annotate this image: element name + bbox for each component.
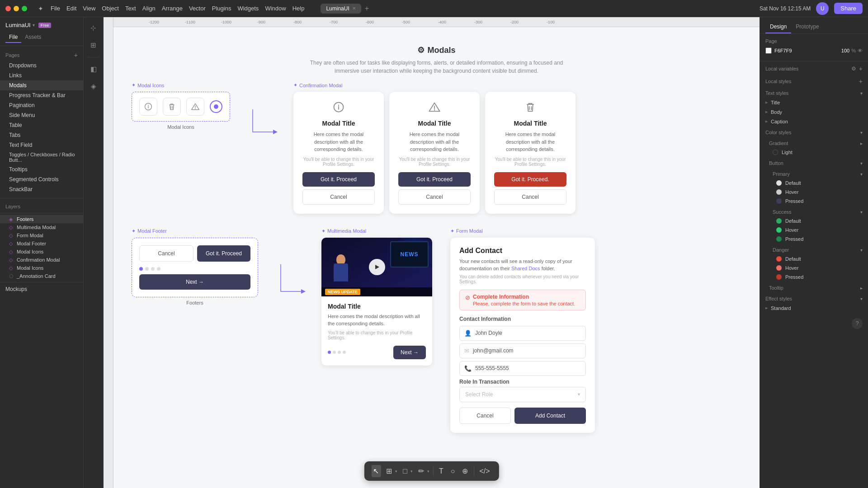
sidebar-item-tooltips[interactable]: Tooltips xyxy=(0,164,83,174)
primary-expand-icon[interactable]: ▾ xyxy=(860,172,863,177)
text-style-title[interactable]: ▸ Title xyxy=(760,98,868,107)
layer-footers[interactable]: ◈ Footers xyxy=(0,215,83,223)
success-expand-icon[interactable]: ▾ xyxy=(860,210,863,215)
form-modal-link[interactable]: Shared Docs xyxy=(511,266,540,271)
visibility-toggle[interactable]: 👁 xyxy=(858,48,863,53)
role-select-field[interactable]: Select Role ▾ xyxy=(459,387,586,402)
grid-tool-icon[interactable]: ⊞ xyxy=(86,38,101,52)
menu-text[interactable]: Text xyxy=(125,5,136,12)
tab-close-icon[interactable]: ✕ xyxy=(352,6,356,11)
effect-style-standard[interactable]: ▸ Standard xyxy=(760,303,868,313)
comment-tool-btn[interactable]: ○ xyxy=(449,465,457,477)
primary-hover-item[interactable]: Hover xyxy=(760,188,868,197)
layer-modal-footer[interactable]: ◇ Modal Footer xyxy=(0,239,83,248)
user-avatar[interactable]: U xyxy=(816,2,829,15)
sidebar-tab-file[interactable]: File xyxy=(5,32,21,43)
sidebar-item-segmented[interactable]: Segmented Controls xyxy=(0,174,83,184)
add-page-icon[interactable]: + xyxy=(74,52,78,59)
page-color-field[interactable]: F6F7F9 xyxy=(765,47,792,54)
gradient-expand-icon[interactable]: ▸ xyxy=(860,141,863,146)
play-button[interactable] xyxy=(369,259,385,275)
text-style-body[interactable]: ▸ Body xyxy=(760,107,868,117)
primary-pressed-item[interactable]: Pressed xyxy=(760,197,868,206)
layer-confirmation-modal[interactable]: ◇ Confirmation Modal xyxy=(0,256,83,264)
select-tool-btn[interactable]: ↖ xyxy=(371,465,381,477)
gradient-section-header[interactable]: Gradient ▸ xyxy=(760,137,868,148)
cancel-btn-3[interactable]: Cancel xyxy=(494,189,566,205)
sidebar-item-side-menu[interactable]: Side Menu xyxy=(0,110,83,120)
design-tab[interactable]: Design xyxy=(765,21,791,33)
layer-icon-tool[interactable]: ◧ xyxy=(86,62,101,76)
tab-lumilaui[interactable]: LuminaUI ✕ xyxy=(321,4,361,14)
got-it-proceed-btn-1[interactable]: Got it. Proceed xyxy=(302,172,375,187)
button-expand-icon[interactable]: ▾ xyxy=(860,161,863,166)
add-variable-icon[interactable]: + xyxy=(859,65,863,72)
sidebar-item-mockups[interactable]: Mockups xyxy=(0,282,83,294)
form-submit-btn[interactable]: Add Contact xyxy=(514,408,586,424)
sidebar-item-snackbar[interactable]: SnackBar xyxy=(0,184,83,194)
sidebar-tab-assets[interactable]: Assets xyxy=(21,32,45,43)
color-light-item[interactable]: Light xyxy=(760,148,868,157)
text-styles-expand-icon[interactable]: ▾ xyxy=(860,91,863,96)
canvas-area[interactable]: -1200 -1100 -1000 -900 -800 -700 -600 -5… xyxy=(104,17,760,488)
minimize-button[interactable] xyxy=(14,6,19,11)
layer-multimedia-modal[interactable]: ◇ Multimedia Modal xyxy=(0,223,83,231)
sidebar-item-pagination[interactable]: Pagination xyxy=(0,100,83,110)
color-styles-header[interactable]: Color styles ▾ xyxy=(760,126,868,137)
cancel-btn-2[interactable]: Cancel xyxy=(398,189,471,205)
component-tool-btn[interactable]: ⊕ xyxy=(460,465,470,477)
delete-modal-icon[interactable] xyxy=(163,98,181,116)
project-name[interactable]: LuminaUI ▾ Free xyxy=(5,22,78,28)
new-tab-button[interactable]: + xyxy=(365,5,369,13)
text-styles-header[interactable]: Text styles ▾ xyxy=(760,87,868,98)
danger-expand-icon[interactable]: ▾ xyxy=(860,248,863,253)
add-style-icon[interactable]: + xyxy=(859,78,863,85)
selected-icon-indicator[interactable] xyxy=(210,100,222,113)
info-modal-icon[interactable] xyxy=(139,98,157,116)
menu-arrange[interactable]: Arrange xyxy=(162,5,183,12)
footer-cancel-btn[interactable]: Cancel xyxy=(139,245,193,262)
warning-modal-icon[interactable] xyxy=(186,98,204,116)
component-tool-icon[interactable]: ◈ xyxy=(86,79,101,94)
move-tool-icon[interactable]: ⊹ xyxy=(86,21,101,35)
menu-window[interactable]: Window xyxy=(265,5,286,12)
help-icon[interactable]: ? xyxy=(852,318,863,329)
close-button[interactable] xyxy=(5,6,11,11)
menu-plugins[interactable]: Plugins xyxy=(212,5,231,12)
share-button[interactable]: Share xyxy=(834,3,863,14)
danger-hover-item[interactable]: Hover xyxy=(760,263,868,272)
menu-view[interactable]: View xyxy=(83,5,95,12)
primary-section-header[interactable]: Primary ▾ xyxy=(760,168,868,178)
footer-next-btn[interactable]: Next → xyxy=(139,274,250,290)
menu-align[interactable]: Align xyxy=(142,5,156,12)
layer-modal-icons[interactable]: ◇ Modal Icons xyxy=(0,248,83,256)
local-styles-header[interactable]: Local styles + xyxy=(760,74,868,87)
menu-vector[interactable]: Vector xyxy=(189,5,206,12)
right-panel-scroll[interactable]: Page F6F7F9 100 % 👁 Local variables xyxy=(760,34,868,488)
danger-section-header[interactable]: Danger ▾ xyxy=(760,244,868,254)
multimedia-next-btn[interactable]: Next → xyxy=(393,346,426,359)
text-style-caption[interactable]: ▸ Caption xyxy=(760,117,868,126)
tooltip-section-header[interactable]: Tooltip ▸ xyxy=(760,282,868,292)
menu-edit[interactable]: Edit xyxy=(66,5,76,12)
got-it-proceed-btn-2[interactable]: Got it. Proceed xyxy=(398,172,471,187)
fullscreen-button[interactable] xyxy=(22,6,27,11)
menu-widgets[interactable]: Widgets xyxy=(237,5,259,12)
button-section-header[interactable]: Button ▾ xyxy=(760,157,868,168)
effect-styles-expand-icon[interactable]: ▾ xyxy=(860,296,863,301)
color-styles-expand-icon[interactable]: ▾ xyxy=(860,130,863,135)
tooltip-expand-icon[interactable]: ▸ xyxy=(860,286,863,291)
success-pressed-item[interactable]: Pressed xyxy=(760,235,868,244)
danger-default-item[interactable]: Default xyxy=(760,254,868,263)
form-cancel-btn[interactable]: Cancel xyxy=(459,408,511,424)
sidebar-item-modals[interactable]: Modals xyxy=(0,80,83,90)
sidebar-item-table[interactable]: Table xyxy=(0,120,83,130)
layer-annotation-card[interactable]: ⬡ _Annotation Card xyxy=(0,272,83,280)
shape-tool-dropdown[interactable]: □ ▾ xyxy=(401,465,413,477)
code-tool-btn[interactable]: </> xyxy=(477,465,491,477)
got-it-proceed-btn-3[interactable]: Got it. Proceed. xyxy=(494,172,566,187)
footer-proceed-btn[interactable]: Got it. Proceed xyxy=(197,245,250,262)
pen-tool-dropdown[interactable]: ✏ ▾ xyxy=(416,465,429,477)
layer-modal-icons-2[interactable]: ◇ Modal Icons xyxy=(0,264,83,272)
success-section-header[interactable]: Success ▾ xyxy=(760,206,868,216)
